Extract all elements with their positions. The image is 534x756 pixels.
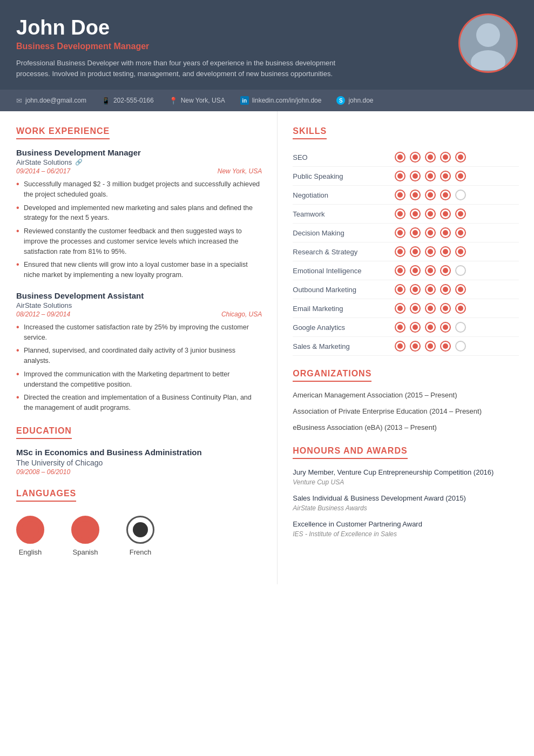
skill-dots	[395, 205, 519, 224]
award-title: Jury Member, Venture Cup Entrepreneurshi…	[293, 468, 519, 477]
skill-row: Negotiation	[293, 186, 519, 205]
awards-list: Jury Member, Venture Cup Entrepreneurshi…	[293, 468, 519, 538]
filled-dot	[395, 227, 405, 238]
linkedin-icon: in	[240, 96, 249, 105]
award-org: AirState Business Awards	[293, 504, 519, 512]
skill-row: Sales & Marketing	[293, 337, 519, 356]
filled-dot	[455, 152, 466, 163]
award-org: Venture Cup USA	[293, 478, 519, 486]
bullet-item: Ensured that new clients will grow into …	[16, 260, 262, 280]
job-1-location: New York, USA	[218, 167, 262, 175]
contact-location: 📍 New York, USA	[169, 97, 225, 105]
org-item: Association of Private Enterprise Educat…	[293, 407, 519, 416]
skill-row: Google Analytics	[293, 318, 519, 337]
award-item: Jury Member, Venture Cup Entrepreneurshi…	[293, 468, 519, 486]
empty-dot	[455, 265, 466, 276]
english-circle	[16, 516, 44, 544]
filled-dot	[395, 152, 405, 163]
filled-dot	[455, 303, 466, 314]
filled-dot	[410, 227, 421, 238]
external-link-icon: 🔗	[75, 159, 83, 166]
languages-section: LANGUAGES English Spanish	[16, 489, 262, 556]
job-1-dates: 09/2014 – 06/2017	[16, 167, 70, 175]
filled-dot	[440, 152, 451, 163]
filled-dot	[425, 208, 436, 219]
filled-dot	[440, 265, 451, 276]
skill-dots	[395, 280, 519, 299]
filled-dot	[395, 322, 405, 333]
skill-name: Sales & Marketing	[293, 337, 394, 356]
email-icon: ✉	[16, 97, 22, 105]
skype-icon: S	[336, 96, 345, 105]
lang-english: English	[16, 516, 44, 556]
resume-container: John Doe Business Development Manager Pr…	[0, 0, 534, 756]
filled-dot	[425, 322, 436, 333]
skill-name: Email Marketing	[293, 299, 394, 318]
contact-skype: S john.doe	[336, 96, 373, 105]
skill-dots	[395, 337, 519, 356]
award-title: Excellence in Customer Partnering Award	[293, 519, 519, 529]
skill-row: Email Marketing	[293, 299, 519, 318]
filled-dot	[410, 152, 421, 163]
filled-dot	[440, 190, 451, 200]
job-2-meta: 08/2012 – 09/2014 Chicago, USA	[16, 310, 262, 318]
skill-dots	[395, 167, 519, 186]
skill-dots	[395, 261, 519, 280]
skill-dots	[395, 242, 519, 261]
skill-row: Research & Strategy	[293, 242, 519, 261]
svg-point-1	[471, 50, 505, 70]
edu-dates: 09/2008 – 06/2010	[16, 468, 262, 476]
spanish-label: Spanish	[73, 548, 98, 556]
filled-dot	[425, 227, 436, 238]
filled-dot	[425, 341, 436, 352]
filled-dot	[410, 341, 421, 352]
job-2-title: Business Development Assistant	[16, 291, 262, 300]
work-experience-heading: WORK EXPERIENCE	[16, 126, 110, 139]
skill-name: Public Speaking	[293, 167, 394, 186]
filled-dot	[425, 303, 436, 314]
filled-dot	[440, 322, 451, 333]
candidate-photo	[458, 14, 518, 73]
filled-dot	[455, 246, 466, 257]
filled-dot	[410, 322, 421, 333]
bullet-item: Reviewed constantly the customer feedbac…	[16, 226, 262, 256]
filled-dot	[395, 208, 405, 219]
filled-dot	[440, 341, 451, 352]
skill-name: Outbound Marketing	[293, 280, 394, 299]
spanish-circle	[71, 516, 99, 544]
honours-section: HONOURS AND AWARDS Jury Member, Venture …	[293, 446, 519, 538]
contact-linkedin: in linkedin.com/in/john.doe	[240, 96, 322, 105]
filled-dot	[395, 246, 405, 257]
skill-row: Emotional Intelligence	[293, 261, 519, 280]
empty-dot	[455, 322, 466, 333]
location-icon: 📍	[169, 97, 178, 105]
filled-dot	[410, 190, 421, 200]
filled-dot	[455, 171, 466, 181]
filled-dot	[440, 303, 451, 314]
filled-dot	[440, 227, 451, 238]
award-item: Excellence in Customer Partnering AwardI…	[293, 519, 519, 538]
filled-dot	[410, 171, 421, 181]
empty-dot	[455, 190, 466, 200]
education-heading: EDUCATION	[16, 426, 72, 439]
edu-degree: MSc in Economics and Business Administra…	[16, 448, 262, 457]
job-1-bullets: Successfully managed $2 - 3 million budg…	[16, 179, 262, 280]
award-title: Sales Individual & Business Development …	[293, 494, 519, 503]
skill-name: Research & Strategy	[293, 242, 394, 261]
left-column: WORK EXPERIENCE Business Development Man…	[0, 111, 278, 584]
skill-name: Decision Making	[293, 224, 394, 242]
main-content: WORK EXPERIENCE Business Development Man…	[0, 111, 534, 584]
filled-dot	[440, 208, 451, 219]
french-label: French	[130, 548, 151, 556]
languages-heading: LANGUAGES	[16, 489, 76, 502]
filled-dot	[410, 284, 421, 295]
skill-row: Teamwork	[293, 205, 519, 224]
job-1-company: AirState Solutions 🔗	[16, 158, 262, 166]
english-label: English	[19, 548, 42, 556]
filled-dot	[395, 265, 405, 276]
job-1-meta: 09/2014 – 06/2017 New York, USA	[16, 167, 262, 175]
job-2: Business Development Assistant AirState …	[16, 291, 262, 413]
org-item: American Management Association (2015 – …	[293, 390, 519, 400]
bullet-item: Directed the creation and implementation…	[16, 393, 262, 413]
filled-dot	[410, 208, 421, 219]
